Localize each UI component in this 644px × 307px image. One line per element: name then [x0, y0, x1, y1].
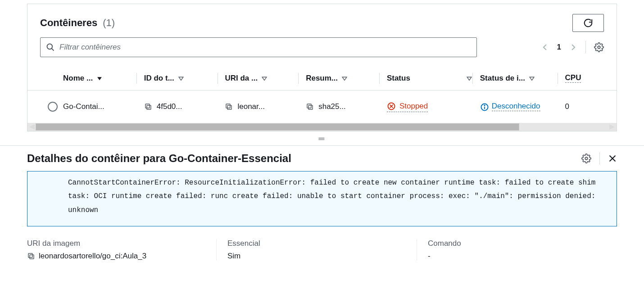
svg-rect-24	[30, 255, 34, 259]
cell-name-text: Go-Contai...	[63, 102, 104, 111]
copy-icon[interactable]	[144, 103, 152, 111]
filter-row: 1	[27, 37, 617, 66]
refresh-icon	[583, 18, 593, 28]
copy-icon[interactable]	[27, 252, 35, 260]
error-message-box: CannotStartContainerError: ResourceIniti…	[27, 171, 617, 226]
detail-uri-label: URI da imagem	[27, 239, 205, 248]
sort-desc-icon	[96, 75, 103, 81]
svg-marker-3	[97, 77, 102, 80]
splitter-handle[interactable]: ═	[0, 131, 644, 145]
svg-point-2	[598, 46, 600, 49]
details-panel: Detalhes do contêiner para Go-Container-…	[0, 145, 644, 261]
col-cpu[interactable]: CPU	[565, 73, 606, 83]
detail-uri-value: leonardosartorello/go_ci:Aula_3	[39, 252, 146, 261]
pager: 1	[541, 41, 604, 54]
svg-marker-8	[530, 77, 534, 80]
prev-page-button[interactable]	[541, 43, 549, 51]
error-message-text: CannotStartContainerError: ResourceIniti…	[68, 179, 595, 214]
svg-point-20	[484, 105, 485, 106]
error-circle-icon	[387, 102, 396, 111]
col-id-label: ID do t...	[144, 74, 174, 83]
cell-uri: leonar...	[225, 102, 298, 111]
svg-line-1	[52, 49, 54, 51]
cell-status-text: Stopped	[399, 102, 428, 111]
svg-rect-10	[145, 104, 150, 108]
search-input[interactable]	[59, 43, 471, 52]
svg-marker-4	[179, 77, 183, 80]
svg-rect-9	[147, 105, 151, 109]
col-summary[interactable]: Resum...	[306, 74, 379, 83]
svg-rect-11	[227, 105, 231, 109]
sort-icon	[466, 75, 472, 81]
cell-status: Stopped	[387, 102, 472, 112]
svg-rect-25	[28, 253, 32, 257]
svg-marker-7	[467, 77, 472, 80]
detail-essential-value: Sim	[227, 252, 240, 261]
panel-title: Contêineres (1)	[40, 17, 115, 29]
svg-point-21	[585, 157, 588, 160]
cell-uri-text: leonar...	[237, 102, 265, 111]
col-status-label: Status	[387, 74, 410, 83]
col-name-label: Nome ...	[63, 74, 93, 83]
svg-rect-13	[308, 105, 313, 109]
detail-col-command: Comando -	[417, 239, 617, 261]
sort-icon	[178, 75, 184, 81]
details-title: Detalhes do contêiner para Go-Container-…	[27, 152, 291, 165]
details-header: Detalhes do contêiner para Go-Container-…	[27, 146, 617, 171]
cell-cpu: 0	[565, 102, 606, 111]
col-id[interactable]: ID do t...	[144, 74, 218, 83]
panel-title-count: (1)	[103, 17, 115, 28]
containers-panel-header: Contêineres (1)	[27, 4, 617, 37]
row-select-radio[interactable]	[48, 102, 58, 112]
sort-icon	[529, 75, 535, 81]
copy-icon[interactable]	[306, 103, 314, 111]
actions-divider	[599, 152, 600, 165]
cell-cpu-text: 0	[565, 102, 569, 111]
containers-table: Nome ... ID do t... URI da ...	[27, 66, 617, 123]
detail-command-value: -	[428, 252, 431, 261]
close-button[interactable]	[608, 154, 617, 163]
horizontal-scrollbar[interactable]	[27, 123, 617, 131]
col-status[interactable]: Status	[387, 74, 472, 83]
info-circle-icon	[480, 103, 489, 112]
cell-id: 4f5d0...	[144, 102, 218, 111]
detail-col-essential: Essencial Sim	[216, 239, 417, 261]
sort-icon	[341, 75, 348, 81]
details-settings-button[interactable]	[581, 154, 591, 163]
copy-icon[interactable]	[225, 103, 233, 111]
refresh-button[interactable]	[572, 14, 604, 32]
page-number: 1	[557, 43, 561, 52]
detail-command-label: Comando	[428, 239, 606, 248]
col-summary-label: Resum...	[306, 74, 338, 83]
col-image-status-label: Status de i...	[480, 74, 525, 83]
search-wrapper	[40, 37, 477, 57]
next-page-button[interactable]	[569, 43, 577, 51]
detail-columns: URI da imagem leonardosartorello/go_ci:A…	[27, 239, 617, 261]
detail-col-uri: URI da imagem leonardosartorello/go_ci:A…	[27, 239, 216, 261]
svg-point-0	[47, 44, 53, 50]
table-row[interactable]: Go-Contai... 4f5d0...	[27, 90, 617, 123]
table-settings-button[interactable]	[594, 42, 604, 52]
scrollbar-thumb[interactable]	[36, 123, 519, 131]
col-name[interactable]: Nome ...	[63, 74, 136, 83]
svg-marker-6	[342, 77, 347, 80]
svg-marker-5	[262, 77, 267, 80]
col-image-status[interactable]: Status de i...	[480, 74, 558, 83]
pager-divider	[585, 41, 586, 54]
svg-rect-14	[307, 104, 311, 108]
cell-name: Go-Contai...	[63, 102, 136, 111]
cell-summary: sha25...	[306, 102, 379, 111]
col-uri[interactable]: URI da ...	[225, 74, 298, 83]
containers-panel: Contêineres (1)	[27, 4, 617, 131]
detail-essential-label: Essencial	[227, 239, 406, 248]
svg-rect-12	[226, 104, 230, 108]
cell-image-status-text: Desconhecido	[492, 102, 540, 111]
col-cpu-label: CPU	[565, 73, 581, 83]
col-uri-label: URI da ...	[225, 74, 258, 83]
cell-image-status: Desconhecido	[480, 102, 558, 112]
table-header-row: Nome ... ID do t... URI da ...	[27, 66, 617, 90]
search-icon	[46, 43, 55, 52]
sort-icon	[261, 75, 268, 81]
panel-title-text: Contêineres	[40, 17, 97, 28]
cell-summary-text: sha25...	[318, 102, 346, 111]
